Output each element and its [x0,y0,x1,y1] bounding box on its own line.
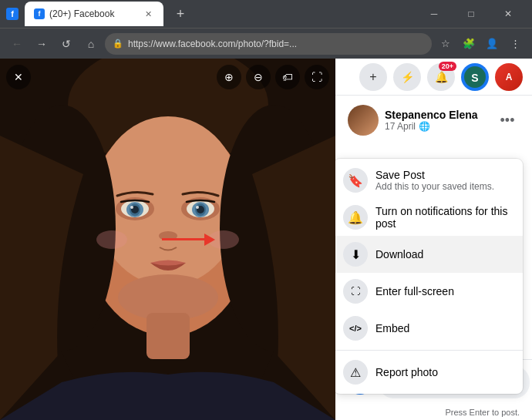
fullscreen-icon: ⛶ [343,279,368,304]
embed-icon: </> [343,316,368,341]
user-avatar-button[interactable]: S [461,63,489,91]
save-post-text: Save Post Add this to your saved items. [375,169,513,192]
close-photo-button[interactable]: ✕ [6,65,31,89]
url-text: https://www.facebook.com/photo/?fbid=... [128,39,297,49]
menu-divider [335,350,523,351]
bell-icon: 🔔 [343,205,368,230]
browser-toolbar: ← → ↺ ⌂ 🔒 https://www.facebook.com/photo… [0,28,532,59]
expand-button[interactable]: ⛶ [305,65,329,89]
refresh-button[interactable]: ↺ [56,33,77,55]
toolbar-icons: ☆ 🧩 👤 ⋮ [435,33,526,55]
photo-right-controls: ⊕ ⊖ 🏷 ⛶ [217,65,329,89]
post-date: 17 April 🌐 [385,121,489,132]
back-button[interactable]: ← [6,33,28,55]
main-content: ✕ ⊕ ⊖ 🏷 ⛶ + ⚡ [0,59,532,420]
forward-button[interactable]: → [31,33,52,55]
red-arrow [162,234,215,246]
tab-favicon: f [34,8,45,19]
browser-titlebar: f f (20+) Facebook ✕ + ─ □ ✕ [0,0,532,28]
save-icon: 🔖 [343,168,368,193]
arrow-line [162,238,204,240]
notifications-button[interactable]: 🔔 20+ [427,63,455,91]
save-post-menu-item[interactable]: 🔖 Save Post Add this to your saved items… [335,162,523,199]
fullscreen-menu-item[interactable]: ⛶ Enter full-screen [335,273,523,310]
right-panel: + ⚡ 🔔 20+ S A Stepanenco Elena 17 A [335,59,532,420]
post-more-button[interactable]: ••• [495,108,520,133]
browser-frame: f f (20+) Facebook ✕ + ─ □ ✕ ← → ↺ ⌂ 🔒 h… [0,0,532,420]
notifications-text: Turn on notifications for this post [375,205,513,230]
report-icon: ⚠ [343,360,368,385]
zoom-out-button[interactable]: ⊖ [246,65,271,89]
report-text: Report photo [375,366,513,378]
svg-rect-20 [146,313,190,359]
press-enter-text: Press Enter to post. [335,405,532,420]
embed-text: Embed [375,322,513,334]
maximize-button[interactable]: □ [453,0,489,28]
photo-controls: ✕ ⊕ ⊖ 🏷 ⛶ [6,65,329,89]
download-text: Download [375,248,513,260]
messenger-button[interactable]: ⚡ [393,63,421,91]
embed-menu-item[interactable]: </> Embed [335,310,523,347]
post-author-avatar [348,105,379,136]
new-tab-button[interactable]: + [170,3,191,25]
zoom-in-button[interactable]: ⊕ [217,65,241,89]
report-menu-item[interactable]: ⚠ Report photo [335,354,523,391]
download-icon: ⬇ [343,242,368,267]
extensions-icon[interactable]: 🧩 [458,33,480,55]
photo-area: ✕ ⊕ ⊖ 🏷 ⛶ [0,59,335,420]
facebook-favicon: f [6,8,19,20]
active-tab[interactable]: f (20+) Facebook ✕ [25,2,163,26]
right-top-bar: + ⚡ 🔔 20+ S A [335,59,532,96]
dropdown-menu: 🔖 Save Post Add this to your saved items… [335,159,523,394]
post-meta: Stepanenco Elena 17 April 🌐 [385,109,489,132]
create-button[interactable]: + [359,63,387,91]
arrow-head [204,234,215,246]
apps-button[interactable]: A [495,63,523,91]
svg-point-21 [96,230,127,249]
svg-point-13 [130,206,133,209]
home-button[interactable]: ⌂ [80,33,102,55]
download-menu-item[interactable]: ⬇ Download [335,236,523,273]
tag-button[interactable]: 🏷 [275,65,300,89]
menu-icon[interactable]: ⋮ [504,33,526,55]
window-controls: ─ □ ✕ [416,0,526,28]
tab-close-button[interactable]: ✕ [142,8,154,20]
post-header: Stepanenco Elena 17 April 🌐 ••• [335,96,532,145]
svg-point-17 [196,206,199,209]
tab-title: (20+) Facebook [49,8,114,19]
close-button[interactable]: ✕ [490,0,526,28]
fullscreen-text: Enter full-screen [375,285,513,297]
profile-icon[interactable]: 👤 [481,33,503,55]
notification-badge: 20+ [439,62,456,71]
notifications-menu-item[interactable]: 🔔 Turn on notifications for this post [335,199,523,236]
minimize-button[interactable]: ─ [416,0,452,28]
globe-icon: 🌐 [419,121,430,132]
svg-text:S: S [471,72,478,84]
bookmark-icon[interactable]: ☆ [435,33,456,55]
lock-icon: 🔒 [113,39,123,49]
address-bar[interactable]: 🔒 https://www.facebook.com/photo/?fbid=.… [105,33,432,55]
post-author-name: Stepanenco Elena [385,109,489,121]
